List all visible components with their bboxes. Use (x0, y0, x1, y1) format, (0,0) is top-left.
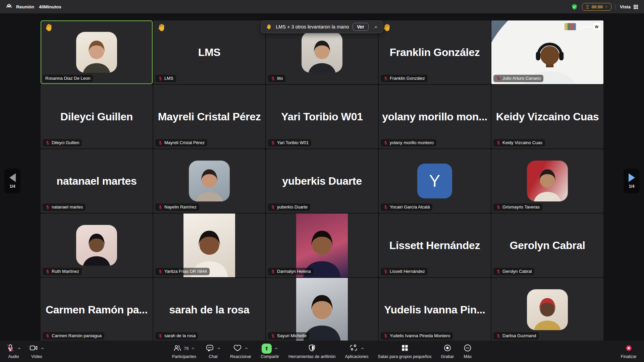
participant-name: Keidy Vizcaino Cuas (502, 140, 542, 145)
participant-name: Darmalyn Helena (277, 269, 311, 274)
participant-tile[interactable]: Darmalyn Helena (266, 214, 378, 277)
arrow-left-icon (9, 173, 16, 182)
participant-tile[interactable]: Ruth Martínez (41, 214, 153, 277)
tool-label: Reaccionar (230, 354, 251, 359)
participant-name-label: Sayuri Michelle (268, 332, 309, 340)
participant-tile[interactable]: yuberkis Duarte yuberkis Duarte (266, 149, 378, 213)
w-logo: W (593, 23, 600, 30)
participant-name: Dileyci Guillen (52, 140, 79, 145)
tool-label: Participantes (172, 354, 196, 359)
share-button[interactable]: Compartir (257, 342, 283, 360)
participant-name-label: natanael martes (43, 203, 86, 211)
camera-icon (29, 344, 38, 354)
encryption-shield-icon[interactable] (571, 3, 578, 10)
mic-muted-icon (158, 140, 163, 145)
participant-tile[interactable]: Mayreli Cristal Pérez Mayreli Cristal Pé… (153, 85, 265, 148)
participant-name: Darlisa Guzmand (502, 333, 536, 338)
participants-button[interactable]: 79Participantes (168, 342, 200, 360)
breakout-button[interactable]: Salas para grupos pequeños (374, 342, 436, 360)
participant-tile[interactable]: Rosanna Diaz De Leon (41, 20, 153, 84)
participant-tile[interactable]: Nayelin Ramírez (153, 149, 265, 213)
participant-tile[interactable]: Y Yocairi García Alcalá (379, 149, 491, 213)
participant-name-label: Yaritza Frias DR 0844 (155, 268, 210, 275)
more-button[interactable]: Más (459, 342, 476, 360)
participant-tile[interactable]: Franklin González Franklin González (379, 20, 491, 84)
participant-tile[interactable]: Etikos W Julio Arturo Canario (491, 20, 603, 84)
participant-tile[interactable]: Yaritza Frias DR 0844 (153, 214, 265, 277)
participant-tile[interactable]: Gerolyn Cabral Gerolyn Cabral (491, 214, 603, 277)
participant-tile[interactable]: Grismayris Taveras (491, 149, 603, 213)
participant-name: Rosanna Diaz De Leon (45, 76, 90, 81)
tool-label: Grabar (441, 354, 454, 359)
participant-tile[interactable]: yolany morillo mon... yolany morillo mon… (379, 85, 491, 148)
participant-tile[interactable]: natanael martes natanael martes (41, 149, 153, 213)
participant-tile[interactable]: Keidy Vizcaino Cuas Keidy Vizcaino Cuas (491, 85, 603, 148)
chevron-up-icon[interactable] (191, 346, 195, 352)
mic-muted-icon (271, 205, 275, 209)
participant-name-label: yuberkis Duarte (268, 203, 310, 211)
mic-muted-icon (158, 205, 163, 209)
raised-hands-banner: LMS + 3 otros levantaron la mano Ver × (261, 20, 383, 33)
participant-grid: Rosanna Diaz De Leon LMS LMS (41, 20, 603, 341)
video-button[interactable]: Vídeo (25, 342, 48, 360)
chevron-up-icon[interactable] (217, 346, 221, 352)
logo-badge (565, 23, 576, 30)
apps-button[interactable]: Aplicaciones (341, 342, 372, 360)
previous-page-button[interactable]: 1/4 (4, 169, 20, 193)
participant-tile[interactable]: Sayuri Michelle (266, 278, 378, 341)
participant-tile[interactable]: LMS LMS (153, 20, 265, 84)
mic-muted-icon (158, 269, 163, 274)
participant-tile[interactable]: Lissett Hernández Lissett Hernández (379, 214, 491, 277)
participant-name-label: Carmen Ramón paniagua (43, 332, 104, 340)
mic-muted-icon (383, 334, 388, 338)
mic-muted-icon (45, 205, 50, 209)
participant-name-label: Julio Arturo Canario (493, 75, 543, 82)
meeting-timer[interactable]: 00:00 (582, 3, 611, 11)
breakout-rooms-icon (400, 344, 409, 354)
mic-muted-icon (383, 269, 388, 274)
participant-name-label: Yocairi García Alcalá (381, 203, 432, 211)
host-tools-button[interactable]: Herramientas de anfitrión (284, 342, 339, 360)
participant-name: Lissett Hernández (390, 269, 425, 274)
participant-tile[interactable]: Darlisa Guzmand (491, 278, 603, 341)
participant-tile[interactable]: sarah de la rosa sarah de la rosa (153, 278, 265, 341)
participant-name: Sayuri Michelle (277, 333, 307, 338)
participant-tile[interactable]: Dileyci Guillen Dileyci Guillen (41, 85, 153, 148)
page-indicator: 1/4 (629, 184, 635, 189)
meeting-title: Reunión 40Minutos (5, 3, 61, 10)
participant-tile[interactable]: Yari Toribio W01 Yari Toribio W01 (266, 85, 378, 148)
chevron-up-icon[interactable] (17, 346, 21, 352)
tool-label: Audio (8, 354, 19, 359)
record-button[interactable]: Grabar (437, 342, 458, 360)
chevron-up-icon[interactable] (274, 346, 278, 352)
mic-muted-icon (6, 344, 15, 354)
end-button[interactable]: Finalizar (617, 342, 641, 360)
chat-button[interactable]: Chat (202, 342, 225, 360)
audio-button[interactable]: Audio (2, 342, 25, 360)
react-button[interactable]: Reaccionar (226, 342, 255, 360)
mic-muted-icon (271, 334, 275, 338)
close-icon[interactable]: × (372, 23, 379, 31)
participant-name-label: sarah de la rosa (155, 332, 198, 340)
tool-label: Finalizar (621, 354, 637, 359)
participant-name-label: Yari Toribio W01 (268, 139, 311, 146)
participant-name: Yocairi García Alcalá (390, 204, 430, 209)
next-page-button[interactable]: 1/4 (624, 169, 640, 193)
participant-name-label: tito (268, 75, 285, 82)
building-icon (578, 24, 582, 29)
mic-muted-icon (496, 76, 501, 81)
chevron-up-icon[interactable] (361, 346, 364, 352)
participant-display-name: Yudelis Ivanna Pin... (379, 278, 491, 341)
mic-muted-icon (158, 76, 163, 81)
view-button[interactable]: Vista (620, 4, 639, 10)
participant-tile[interactable]: Carmen Ramón pa... Carmen Ramón paniagua (41, 278, 153, 341)
chevron-up-icon[interactable] (245, 346, 248, 352)
chevron-up-icon[interactable] (41, 346, 44, 352)
meeting-type-label: Reunión (16, 4, 34, 9)
participant-tile[interactable]: Yudelis Ivanna Pin... Yudelis Ivanna Pin… (379, 278, 491, 341)
see-raised-hands-button[interactable]: Ver (353, 23, 369, 31)
participant-display-name: Carmen Ramón pa... (41, 278, 153, 341)
video-stage: Rosanna Diaz De Leon LMS LMS (0, 13, 644, 341)
mic-muted-icon (383, 140, 388, 145)
participant-name: tito (277, 76, 283, 81)
